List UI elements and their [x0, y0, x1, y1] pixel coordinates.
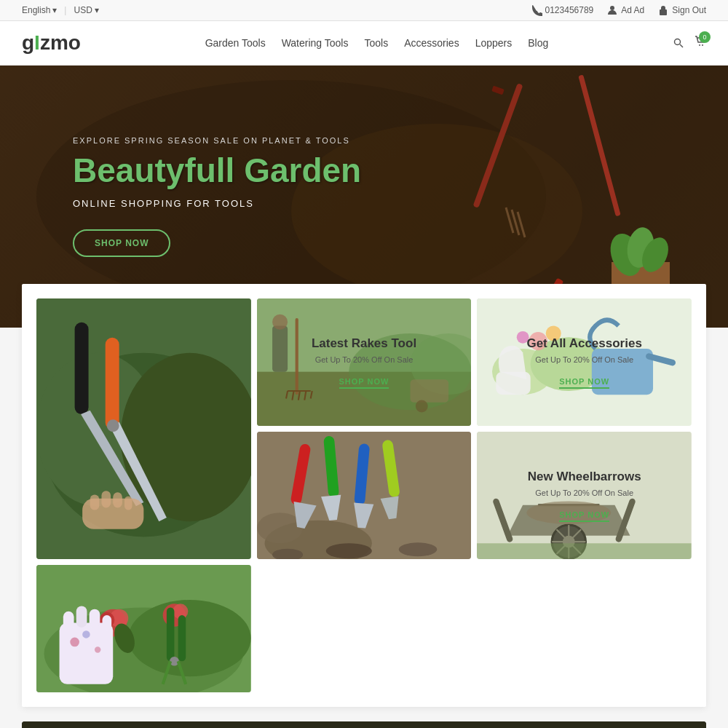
accessories-shop-button[interactable]: SHOP NOW [559, 377, 609, 389]
currency-chevron: ▾ [95, 5, 99, 15]
top-bar-right: 0123456789 Ad Ad Sign Out [531, 4, 706, 16]
svg-line-3 [680, 44, 683, 47]
language-dropdown[interactable]: English ▾ [22, 5, 57, 15]
promo-section: Latest Rakes Tool Get Up To 20% Off On S… [22, 284, 706, 707]
promo-card-shovels[interactable] [257, 432, 472, 559]
logo-accent: I [34, 31, 40, 54]
svg-point-24 [272, 314, 288, 330]
phone-number: 0123456789 [545, 5, 594, 15]
hero-title: Beautyfull Garden [73, 152, 361, 189]
language-chevron: ▾ [52, 5, 57, 15]
scissors-bg [36, 298, 251, 559]
svg-rect-1 [660, 9, 667, 15]
hero-description: ONLINE SHOPPING FOR TOOLS [73, 198, 361, 209]
search-icon[interactable] [673, 37, 684, 49]
svg-point-2 [674, 39, 680, 45]
nav-blog[interactable]: Blog [528, 37, 548, 49]
wheelbarrows-subtitle: Get Up To 20% Off On Sale [528, 488, 641, 497]
promo-card-accessories[interactable]: Get All Accessories Get Up To 20% Off On… [477, 298, 692, 426]
svg-point-0 [610, 6, 614, 10]
svg-rect-96 [167, 608, 175, 662]
svg-rect-44 [90, 495, 100, 510]
svg-point-98 [170, 657, 179, 666]
svg-rect-40 [75, 323, 89, 414]
promo-card-scissors[interactable] [36, 298, 251, 559]
wheelbarrows-shop-button[interactable]: SHOP NOW [559, 510, 609, 522]
accessories-subtitle: Get Up To 20% Off On Sale [526, 355, 641, 364]
svg-point-4 [699, 44, 700, 46]
phone-icon [531, 4, 542, 16]
svg-rect-46 [113, 492, 122, 507]
divider: | [64, 5, 66, 15]
signout-label: Sign Out [672, 5, 706, 15]
svg-point-95 [95, 646, 100, 652]
promo-card-gloves[interactable] [36, 565, 251, 692]
nav-accessories[interactable]: Accessories [404, 37, 459, 49]
currency-dropdown[interactable]: USD ▾ [74, 5, 98, 15]
svg-point-80 [128, 600, 250, 676]
nav-loppers[interactable]: Loppers [475, 37, 513, 49]
svg-rect-77 [477, 543, 692, 559]
svg-rect-91 [90, 609, 100, 628]
account-label: Ad Ad [621, 5, 644, 15]
svg-point-42 [107, 419, 119, 432]
nav-garden-tools[interactable]: Garden Tools [205, 37, 266, 49]
top-bar: English ▾ | USD ▾ 0123456789 Ad Ad Sign … [0, 0, 728, 21]
svg-point-65 [325, 543, 371, 558]
svg-rect-23 [272, 326, 288, 372]
shovels-bg [257, 432, 472, 559]
svg-rect-41 [106, 338, 119, 430]
svg-rect-47 [124, 496, 132, 510]
nav-tools[interactable]: Tools [364, 37, 388, 49]
svg-point-93 [70, 638, 79, 647]
svg-rect-97 [178, 615, 186, 661]
rakes-title: Latest Rakes Tool [312, 336, 416, 351]
rakes-content: Latest Rakes Tool Get Up To 20% Off On S… [297, 322, 431, 403]
promo-grid: Latest Rakes Tool Get Up To 20% Off On S… [36, 298, 692, 692]
svg-point-66 [398, 542, 437, 556]
promo-card-rakes[interactable]: Latest Rakes Tool Get Up To 20% Off On S… [257, 298, 472, 426]
svg-rect-92 [103, 615, 112, 630]
user-icon [606, 4, 618, 16]
accessories-title: Get All Accessories [526, 336, 641, 351]
cart-icon-wrap[interactable]: 0 [695, 36, 706, 50]
header-icons: 0 [673, 36, 706, 50]
logo[interactable]: gIzmo [22, 31, 81, 55]
hero-shop-now-button[interactable]: SHOP NOW [73, 229, 170, 257]
svg-rect-99 [22, 721, 706, 728]
lock-icon [657, 4, 669, 16]
svg-point-5 [702, 44, 703, 46]
main-nav: Garden Tools Watering Tools Tools Access… [205, 37, 549, 49]
gloves-bg [36, 565, 251, 692]
site-header: gIzmo Garden Tools Watering Tools Tools … [0, 21, 728, 66]
svg-rect-89 [63, 612, 74, 630]
svg-rect-90 [76, 606, 87, 627]
signout-link[interactable]: Sign Out [657, 4, 706, 16]
svg-rect-45 [101, 491, 111, 507]
promo-card-wheelbarrows[interactable]: New Wheelbarrows Get Up To 20% Off On Sa… [477, 432, 692, 559]
hero-subtitle: EXPLORE SPRING SEASON SALE ON PLANET & T… [73, 136, 361, 145]
nav-watering-tools[interactable]: Watering Tools [282, 37, 349, 49]
bottom-section [22, 721, 706, 728]
wheelbarrows-title: New Wheelbarrows [528, 470, 641, 484]
top-bar-left: English ▾ | USD ▾ [22, 5, 99, 15]
language-label: English [22, 5, 50, 15]
rakes-shop-button[interactable]: SHOP NOW [339, 377, 389, 389]
accessories-content: Get All Accessories Get Up To 20% Off On… [512, 322, 656, 403]
logo-text: gIzmo [22, 31, 81, 55]
currency-label: USD [74, 5, 92, 15]
account-link[interactable]: Ad Ad [606, 4, 644, 16]
phone-info: 0123456789 [531, 4, 594, 16]
hero-content: EXPLORE SPRING SEASON SALE ON PLANET & T… [0, 136, 361, 257]
wheelbarrows-content: New Wheelbarrows Get Up To 20% Off On Sa… [513, 455, 656, 537]
rakes-subtitle: Get Up To 20% Off On Sale [312, 355, 416, 364]
cart-badge: 0 [699, 31, 711, 43]
svg-point-94 [82, 630, 90, 638]
